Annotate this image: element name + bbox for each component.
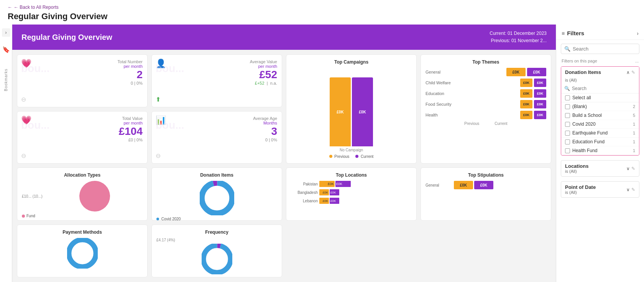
filter-item-build-school[interactable]: Build a School 5 xyxy=(561,111,639,120)
filters-search-input[interactable] xyxy=(573,46,636,52)
frequency-donut xyxy=(202,244,232,274)
dashboard-grid: 💗 bou... Total Number per month 2 0 | 0%… xyxy=(12,50,556,282)
back-arrow-icon: ← xyxy=(8,5,12,10)
donation-items-filter-group: Donation Items ∧ ✎ is (All) 🔍 Select al xyxy=(561,66,639,156)
themes-legend-prev: Previous xyxy=(464,121,479,126)
campaign-legend-prev: Previous xyxy=(329,154,350,159)
frequency-label: £4.17 (4%) xyxy=(156,238,277,242)
campaign-bar-curr-label: £0K xyxy=(359,110,366,114)
allocation-label: £10... (10...) xyxy=(22,194,43,198)
filters-icon: ≡ xyxy=(562,30,565,36)
allocation-types-card: Allocation Types £10... (10...) Fund xyxy=(17,167,148,220)
average-age-label: Average Age xyxy=(156,116,277,121)
locations-chevron-icon[interactable]: ∨ xyxy=(626,166,630,171)
point-of-date-edit-icon[interactable]: ✎ xyxy=(631,187,635,192)
top-themes-card: Top Themes General £0K £0K Child Welfare xyxy=(421,54,551,164)
collapse-button[interactable]: › xyxy=(2,28,10,37)
top-campaigns-card: Top Campaigns £0K £0K xyxy=(286,54,417,164)
total-value-label: Total Value xyxy=(22,116,143,121)
filter-item-blank[interactable]: (Blank) 2 xyxy=(561,102,639,111)
filters-panel: ≡ Filters › 🔍 Filters on this page ... D… xyxy=(556,25,644,282)
education-fund-checkbox[interactable] xyxy=(565,139,570,144)
filters-header: ≡ Filters › xyxy=(556,25,644,40)
bookmark-icon[interactable]: 🔖 xyxy=(2,46,10,53)
top-campaigns-title: Top Campaigns xyxy=(291,59,412,65)
donation-items-edit-icon[interactable]: ✎ xyxy=(631,70,635,75)
total-number-label: Total Number xyxy=(22,59,143,64)
average-age-icon: 📊 xyxy=(156,115,166,125)
average-value-sublabel: per month xyxy=(156,64,277,69)
top-locations-card: Top Locations Pakistan £0K £0K Banglades… xyxy=(286,167,417,220)
payment-donut xyxy=(67,238,98,269)
donation-items-filter-list: Select all (Blank) 2 Build a School 5 xyxy=(561,93,639,155)
filters-expand-icon[interactable]: › xyxy=(637,30,639,36)
average-age-sublabel: Months xyxy=(156,121,277,125)
donation-items-card: Donation Items Covid 2020 xyxy=(151,167,282,220)
loc-row-bangladesh: Bangladesh £0K £0K xyxy=(291,189,412,195)
donation-items-filter-subtitle: is (All) xyxy=(561,78,639,84)
dashboard-header: Regular Giving Overview Current: 01 Dece… xyxy=(12,25,556,50)
back-link[interactable]: ← ← Back to All Reports xyxy=(8,5,636,10)
average-value-up-icon: ⬆ xyxy=(156,96,161,103)
donation-legend1: Covid 2020 xyxy=(156,217,277,220)
average-value-card: 👤 bou... Average Value per month £52 £+5… xyxy=(151,54,282,107)
select-all-row[interactable]: Select all xyxy=(561,93,639,102)
covid-checkbox[interactable] xyxy=(565,122,570,127)
total-value-sublabel: per month xyxy=(22,121,143,125)
bookmarks-label: Bookmarks xyxy=(4,69,8,91)
locations-edit-icon[interactable]: ✎ xyxy=(631,166,635,171)
theme-row-general: General £0K £0K xyxy=(426,68,546,76)
total-value-value: £104 xyxy=(22,125,143,138)
theme-row-health: Health £0K £0K xyxy=(426,111,546,119)
svg-point-1 xyxy=(202,183,232,214)
build-school-checkbox[interactable] xyxy=(565,113,570,118)
point-of-date-filter-title: Point of Date xyxy=(565,184,596,190)
frequency-title: Frequency xyxy=(156,230,277,235)
payment-methods-card: Payment Methods xyxy=(17,225,148,277)
earthquake-checkbox[interactable] xyxy=(565,131,570,136)
average-age-card: 📊 bou... Average Age Months 3 0 | 0% ⊖ xyxy=(151,111,282,164)
theme-row-child: Child Welfare £0K £0K xyxy=(426,79,546,87)
date-current: Current: 01 December 2023 xyxy=(490,30,547,37)
donation-items-chevron-up[interactable]: ∧ xyxy=(626,70,630,75)
payment-methods-title: Payment Methods xyxy=(22,230,143,235)
total-number-value: 2 xyxy=(22,69,143,81)
left-sidebar: › 🔖 Bookmarks xyxy=(0,25,12,282)
campaign-bar-prev-label: £0K xyxy=(337,110,343,114)
average-value-value: £52 xyxy=(156,69,277,81)
filters-search-box[interactable]: 🔍 xyxy=(561,44,639,54)
total-number-sublabel: per month xyxy=(22,64,143,69)
total-value-minus-icon: ⊖ xyxy=(21,152,26,159)
top-themes-title: Top Themes xyxy=(426,59,546,65)
total-number-icon: 💗 xyxy=(21,59,31,69)
select-all-label: Select all xyxy=(572,95,635,100)
donation-items-title: Donation Items xyxy=(156,172,277,178)
filters-search-icon: 🔍 xyxy=(564,46,570,52)
total-number-footnote: 0 | 0% xyxy=(22,81,143,85)
campaign-bar-x-label: No Campaign xyxy=(340,148,363,152)
average-age-minus-icon: ⊖ xyxy=(156,152,161,159)
loc-row-lebanon: Lebanon £0K £0K xyxy=(291,198,412,204)
health-fund-checkbox[interactable] xyxy=(565,148,570,153)
select-all-checkbox[interactable] xyxy=(565,95,570,100)
filter-item-covid[interactable]: Covid 2020 1 xyxy=(561,120,639,129)
point-of-date-filter-subtitle: is (All) xyxy=(565,190,596,195)
stip-row-general: General £0K £0K xyxy=(426,181,546,189)
allocation-types-title: Allocation Types xyxy=(22,172,143,178)
back-link-label: ← Back to All Reports xyxy=(14,5,59,10)
filter-item-education-fund[interactable]: Education Fund 1 xyxy=(561,138,639,146)
donation-items-search-icon: 🔍 xyxy=(564,86,570,91)
top-stipulations-card: Top Stipulations General £0K £0K xyxy=(421,167,551,220)
average-value-footnote: £+52 | n.a. xyxy=(156,81,277,85)
locations-filter-subtitle: is (All) xyxy=(565,169,588,174)
filter-item-health-fund[interactable]: Health Fund 1 xyxy=(561,146,639,155)
donation-items-search-input[interactable] xyxy=(572,86,636,91)
campaign-legend-curr: Current xyxy=(355,154,373,159)
average-age-value: 3 xyxy=(156,125,277,138)
date-previous: Previous: 01 November 2... xyxy=(490,37,547,44)
filter-item-earthquake[interactable]: Earthquake Fund 1 xyxy=(561,129,639,138)
svg-point-4 xyxy=(203,245,230,272)
blank-checkbox[interactable] xyxy=(565,104,570,109)
point-of-date-chevron-icon[interactable]: ∨ xyxy=(626,187,630,192)
frequency-card: Frequency £4.17 (4%) xyxy=(151,225,282,277)
